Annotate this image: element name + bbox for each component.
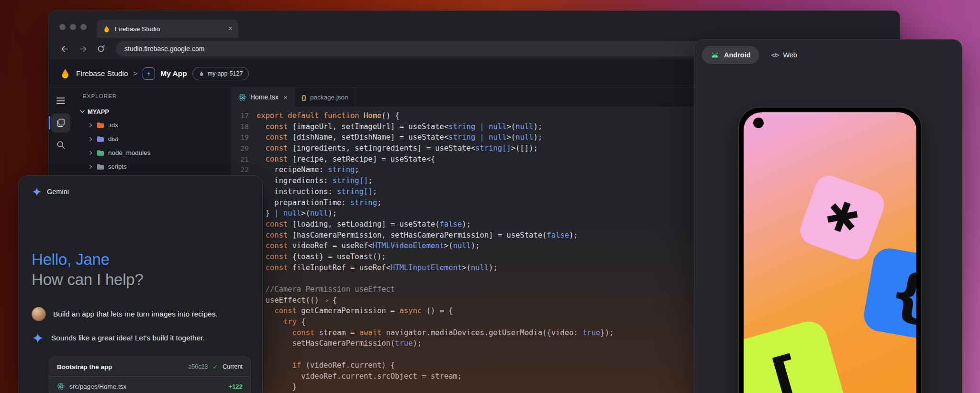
chevron-right-icon xyxy=(89,164,93,169)
gemini-header: Gemini xyxy=(32,176,250,197)
browser-tab[interactable]: Firebase Studio × xyxy=(97,20,238,38)
forward-icon xyxy=(78,44,88,54)
line-number: 18 xyxy=(232,121,249,132)
user-avatar xyxy=(32,307,46,321)
brand-title: Firebase Studio xyxy=(76,69,128,78)
android-icon xyxy=(710,52,720,58)
line-number: 19 xyxy=(232,132,249,143)
search-button[interactable] xyxy=(51,135,70,154)
tree-item-nodemodules[interactable]: node_modules xyxy=(72,146,231,160)
react-icon xyxy=(57,382,65,390)
line-number: 22 xyxy=(232,164,249,175)
json-braces-icon: {} xyxy=(301,94,306,101)
project-name[interactable]: My App xyxy=(160,69,187,78)
web-toggle-label: Web xyxy=(783,51,797,59)
camera-punch-hole xyxy=(753,118,764,128)
menu-button[interactable] xyxy=(51,91,70,110)
web-toggle[interactable]: </> Web xyxy=(764,46,805,64)
project-id-text: my-app-5127 xyxy=(208,70,243,77)
explorer-title: EXPLORER xyxy=(72,93,231,99)
greeting-line-2: How can I help? xyxy=(32,270,250,290)
status-badge: Current xyxy=(223,363,243,370)
project-id-badge[interactable]: my-app-5127 xyxy=(192,67,249,80)
bracket-glyph: [ xyxy=(766,347,809,393)
task-card-header: Bootstrap the app a56c23 ✓ Current xyxy=(49,357,250,376)
tree-item-dist[interactable]: dist xyxy=(72,132,231,146)
android-toggle-label: Android xyxy=(724,51,751,59)
chevron-right-icon xyxy=(89,137,93,142)
tree-item-label: .idx xyxy=(108,121,118,129)
back-icon xyxy=(60,44,69,54)
firebase-favicon-icon xyxy=(102,25,111,33)
preview-tile-bracket: [ xyxy=(744,317,849,393)
task-title: Bootstrap the app xyxy=(57,363,183,371)
editor-tab-package[interactable]: {} package.json xyxy=(295,87,356,107)
folder-icon xyxy=(97,150,104,156)
editor-tab-label: package.json xyxy=(310,94,348,101)
reload-button[interactable] xyxy=(93,41,109,57)
android-toggle[interactable]: Android xyxy=(702,46,759,64)
files-icon xyxy=(56,118,66,128)
tree-root-label: MYAPP xyxy=(88,108,109,115)
reload-icon xyxy=(97,44,105,53)
gemini-sparkle-icon xyxy=(32,332,44,344)
phone-mockup: ✱ { [ xyxy=(738,107,922,393)
tree-item-scripts[interactable]: scripts xyxy=(72,160,231,174)
preview-panel: Android </> Web ✱ { [ xyxy=(694,39,962,393)
app-preview-screen[interactable]: ✱ { [ xyxy=(744,112,916,393)
code-brackets-icon: </> xyxy=(771,52,779,59)
chevron-right-icon xyxy=(89,123,93,128)
editor-tab-home[interactable]: Home.tsx × xyxy=(232,87,295,107)
window-minimize-button[interactable] xyxy=(70,24,76,30)
tree-root-myapp[interactable]: MYAPP xyxy=(72,105,231,118)
file-path: src/pages/Home.tsx xyxy=(69,383,224,390)
chevron-down-icon xyxy=(80,109,85,114)
asterisk-glyph: ✱ xyxy=(819,192,865,242)
diff-added-count: +122 xyxy=(229,383,243,390)
project-app-icon[interactable] xyxy=(143,67,155,80)
gemini-panel: Gemini Hello, Jane How can I help? Build… xyxy=(19,175,263,393)
line-number: 21 xyxy=(232,154,249,165)
chevron-right-icon xyxy=(89,151,93,155)
breadcrumb-separator: > xyxy=(134,69,138,77)
editor-tab-label: Home.tsx xyxy=(250,93,278,101)
task-card[interactable]: Bootstrap the app a56c23 ✓ Current src/p… xyxy=(49,357,251,393)
commit-hash: a56c23 xyxy=(188,363,208,370)
gemini-message-text: Sounds like a great idea! Let's build it… xyxy=(51,334,205,342)
hamburger-icon xyxy=(56,98,65,104)
window-close-button[interactable] xyxy=(59,24,66,30)
spark-icon xyxy=(145,70,152,77)
user-message: Build an app that lets me turn images in… xyxy=(32,307,250,321)
changed-file-row[interactable]: src/pages/Home.tsx +122 xyxy=(49,377,250,393)
file-tree: MYAPP .idxdistnode_modulesscripts xyxy=(72,105,231,174)
browser-titlebar: Firebase Studio × xyxy=(49,11,900,38)
brace-glyph: { xyxy=(885,263,916,326)
greeting-line-1: Hello, Jane xyxy=(32,250,250,270)
search-icon xyxy=(56,140,66,150)
react-icon xyxy=(238,93,246,101)
gemini-title: Gemini xyxy=(47,188,69,196)
editor-tab-close-icon[interactable]: × xyxy=(283,93,288,101)
explorer-button[interactable] xyxy=(51,113,70,132)
back-button[interactable] xyxy=(56,41,73,57)
preview-tile-brace: { xyxy=(861,246,916,343)
tab-close-icon[interactable]: × xyxy=(228,25,233,33)
line-number: 17 xyxy=(232,110,249,121)
gemini-message: Sounds like a great idea! Let's build it… xyxy=(32,332,250,344)
window-zoom-button[interactable] xyxy=(80,24,87,30)
folder-icon xyxy=(97,136,104,142)
tree-item-label: dist xyxy=(108,135,118,142)
user-message-text: Build an app that lets me turn images in… xyxy=(53,310,218,318)
folder-icon xyxy=(97,122,104,129)
firebase-logo-icon xyxy=(59,68,71,79)
tree-item-label: node_modules xyxy=(108,149,151,156)
tree-item-idx[interactable]: .idx xyxy=(72,118,231,132)
active-view-indicator xyxy=(49,116,50,130)
line-number: 20 xyxy=(232,143,249,154)
gemini-icon xyxy=(32,186,42,197)
preview-tile-asterisk: ✱ xyxy=(796,172,888,263)
tree-item-label: scripts xyxy=(108,163,127,170)
url-text: studio.firebase.google.com xyxy=(124,45,204,53)
gemini-greeting: Hello, Jane How can I help? xyxy=(32,250,250,290)
forward-button[interactable] xyxy=(75,41,91,57)
